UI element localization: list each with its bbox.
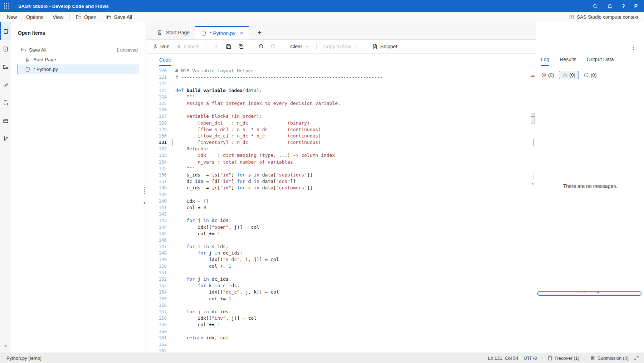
code-line: 130 [flow_dc_c] : n_dc * n_c (continuous… <box>146 133 536 139</box>
log-panel-resize-bar[interactable]: ···· ▲ <box>537 291 641 296</box>
recover-button[interactable]: Recover (1) <box>548 355 579 361</box>
menu-item-new[interactable]: New <box>2 12 21 22</box>
scrollbar-annotation-mark <box>531 76 535 77</box>
tab-start-page[interactable]: SStart Page <box>152 26 195 39</box>
rail-item-tasks[interactable] <box>0 94 11 112</box>
rail-item-git[interactable] <box>0 130 11 147</box>
rail-item-explorer[interactable] <box>0 58 11 76</box>
menu-item-options[interactable]: Options <box>21 12 48 22</box>
app-launcher-icon[interactable] <box>4 3 10 9</box>
log-badge-errors[interactable]: (0) <box>541 72 554 78</box>
main-region: » Open Items Save All 1 unsaved SStart P… <box>0 22 644 353</box>
log-badge-notes[interactable]: (0) <box>584 72 597 78</box>
code-line: 132 Returns: <box>146 146 536 152</box>
rail-item-snippets[interactable] <box>0 112 11 130</box>
search-icon[interactable] <box>592 4 598 9</box>
tab--python-py[interactable]: * Python.py × <box>195 26 249 39</box>
open-item--python-py[interactable]: * Python.py <box>18 64 139 74</box>
panel-collapse-arrow-icon[interactable]: ◂ <box>143 201 145 204</box>
log-splitter-grip[interactable] <box>532 171 534 180</box>
panel-splitter-grip[interactable] <box>144 186 145 195</box>
menu-item-view[interactable]: View <box>48 12 68 22</box>
submit-button[interactable] <box>213 44 219 49</box>
log-badge-warnings[interactable]: (0) <box>559 71 579 79</box>
log-panel-tab-log[interactable]: Log <box>541 57 549 66</box>
notifications-bell-icon[interactable] <box>607 4 613 9</box>
chevron-down-icon <box>305 44 309 49</box>
save-button[interactable] <box>226 44 231 49</box>
panel-overflow-menu-icon[interactable]: ⋮ <box>631 44 636 51</box>
run-button[interactable]: Run <box>152 44 170 49</box>
code-line: 156 <box>146 302 536 309</box>
help-button[interactable]: ? <box>622 3 625 9</box>
toolbar-separator <box>206 43 206 50</box>
code-line: 161 return idx, col <box>146 335 536 341</box>
editor-scrollbar[interactable] <box>531 66 535 353</box>
code-line: 154 idx[("dc_c", j, k)] = col <box>146 289 536 295</box>
line-number: 140 <box>146 198 167 204</box>
code-editor[interactable]: 120 # MIP Variable Layout Helper 121 # -… <box>146 66 536 353</box>
panel-title: Open Items <box>18 30 146 36</box>
rail-expand-button[interactable]: » <box>0 343 11 348</box>
cancel-button[interactable]: Cancel <box>176 44 200 49</box>
copy-to-flow-button[interactable]: Copy to flow <box>323 44 358 49</box>
code-line: 124 """ <box>146 94 536 100</box>
scrollbar-thumb[interactable] <box>531 113 535 124</box>
save-all-icon <box>106 14 112 20</box>
log-panel-tab-results[interactable]: Results <box>560 57 576 66</box>
compute-icon <box>569 14 574 20</box>
snippet-button[interactable]: Snippet <box>372 44 397 49</box>
code-line: 120 # MIP Variable Layout Helper <box>146 68 536 74</box>
undo-button[interactable] <box>258 44 264 49</box>
log-panel: ⋮ LogResultsOutput Data (0) (0) (0) Ther… <box>536 22 644 353</box>
submission-button[interactable]: Submission (0) <box>590 355 629 361</box>
line-number: 138 <box>146 185 167 191</box>
clear-button[interactable]: Clear <box>290 44 309 49</box>
line-number: 120 <box>146 68 167 74</box>
avatar[interactable]: P <box>634 3 638 9</box>
new-tab-button[interactable]: + <box>258 29 262 36</box>
folder-open-icon <box>76 14 82 20</box>
open-item-start-page[interactable]: SStart Page <box>18 55 139 64</box>
expand-icon[interactable] <box>634 355 639 360</box>
encoding-label: UTF-8 <box>524 355 537 361</box>
activity-rail <box>0 22 11 353</box>
toolbar-separator <box>316 43 317 50</box>
py-file-icon <box>201 30 206 36</box>
rail-item-file-shortcuts[interactable] <box>0 40 11 58</box>
menu-item-save-all[interactable]: Save All <box>101 12 137 22</box>
steps-icon <box>3 82 9 88</box>
save-all-row[interactable]: Save All 1 unsaved <box>18 45 139 55</box>
line-number: 162 <box>146 341 167 348</box>
code-line: 134 n_vars : total number of variables <box>146 159 536 165</box>
code-line: 157 for j in dc_ids: <box>146 309 536 315</box>
redo-button[interactable] <box>270 44 276 49</box>
rail-item-open-items[interactable] <box>0 22 11 40</box>
log-collapse-arrow-icon[interactable]: ◂ <box>532 182 533 185</box>
code-line: 160 <box>146 328 536 335</box>
rail-item-steps[interactable] <box>0 76 11 94</box>
document-tabstrip: SStart Page * Python.py × + <box>146 22 536 40</box>
folder-icon <box>3 64 9 70</box>
line-number: 159 <box>146 321 167 328</box>
menu-item-open[interactable]: Open <box>71 12 101 22</box>
close-tab-icon[interactable]: × <box>240 30 243 36</box>
code-line: 128 [open_dc] : n_dc (binary) <box>146 120 536 126</box>
line-number: 135 <box>146 165 167 172</box>
line-number: 125 <box>146 100 167 107</box>
cursor-position-label: Ln 131, Col 54 <box>488 355 518 361</box>
toolbar-separator <box>365 43 365 50</box>
compute-context-button[interactable]: SAS Studio compute context <box>569 14 638 20</box>
log-panel-tab-output-data[interactable]: Output Data <box>587 57 614 66</box>
save-all-button[interactable] <box>238 44 244 49</box>
tab-code[interactable]: Code <box>159 57 171 66</box>
open-items-panel: Open Items Save All 1 unsaved SStart Pag… <box>11 22 146 353</box>
code-line: 152 for j in dc_ids: <box>146 276 536 282</box>
code-line: 153 for k in c_ids: <box>146 282 536 289</box>
sas-page-icon: S <box>157 30 163 35</box>
code-line: 125 Assign a flat integer index to every… <box>146 100 536 107</box>
app-title: SAS® Studio - Develop Code and Flows <box>18 4 109 9</box>
code-line: 145 col += 1 <box>146 231 536 237</box>
file-list-icon <box>3 46 9 52</box>
app-top-bar: SAS® Studio - Develop Code and Flows ? P <box>0 0 644 12</box>
